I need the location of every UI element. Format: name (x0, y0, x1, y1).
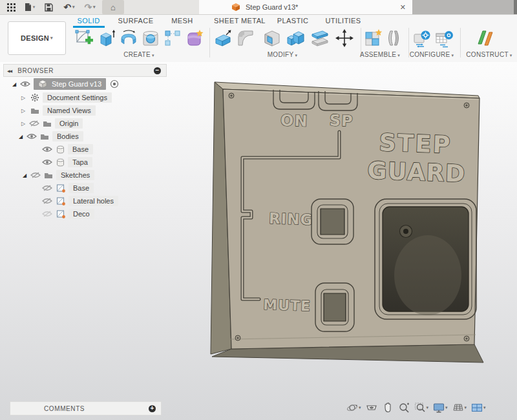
dropdown-caret-icon: ▾ (465, 405, 467, 410)
tree-row-origin[interactable]: ▷ Origin (3, 117, 167, 130)
gear-icon (30, 93, 39, 102)
create-form-icon[interactable] (185, 28, 204, 48)
workspace-selector[interactable]: DESIGN▾ (8, 21, 66, 55)
body-icon (56, 145, 65, 154)
expander-icon[interactable]: ▷ (20, 95, 26, 101)
window-zoom-icon[interactable]: ▾ (414, 402, 429, 414)
dropdown-caret-icon: ▾ (33, 5, 36, 10)
group-separator (460, 28, 461, 58)
construction-plane-icon[interactable] (476, 28, 495, 48)
document-title: Step Guard v13* (246, 3, 298, 11)
tree-row-root[interactable]: ◢ Step Guard v13 (3, 78, 167, 90)
fillet-icon[interactable] (235, 28, 255, 48)
display-settings-icon[interactable]: ▾ (433, 402, 448, 414)
dropdown-caret-icon: ▾ (72, 5, 75, 10)
tree-row-sketches[interactable]: ◢ Sketches (3, 169, 167, 182)
file-menu-icon[interactable]: ▾ (21, 0, 39, 14)
visibility-eye-icon[interactable] (20, 81, 30, 87)
tab-surface[interactable]: SURFACE (118, 17, 154, 25)
dropdown-caret-icon: ▾ (483, 405, 486, 410)
empty-tab-strip (412, 0, 514, 14)
tree-row-body-base[interactable]: Base (3, 143, 167, 156)
hole-icon[interactable] (141, 28, 160, 48)
look-at-icon[interactable] (366, 402, 377, 414)
tree-row-sketch-lateral-holes[interactable]: Lateral holes (3, 194, 167, 207)
emboss-label-sp: SP (329, 111, 353, 130)
shell-icon[interactable] (262, 28, 282, 48)
comments-bar[interactable]: COMMENTS + (10, 401, 162, 415)
group-assemble[interactable]: ASSEMBLE▾ (360, 51, 400, 58)
visibility-eye-off-icon[interactable] (29, 120, 39, 127)
expander-icon[interactable]: ◢ (17, 134, 24, 140)
move-copy-icon[interactable] (335, 28, 354, 48)
minimize-panel-icon[interactable]: − (154, 67, 161, 74)
close-tab-icon[interactable]: ✕ (400, 3, 406, 12)
model-step-guard[interactable]: ON SP STEP GUARD RING MUTE (174, 62, 511, 398)
group-create[interactable]: CREATE▾ (123, 51, 154, 58)
emboss-label-step: STEP (379, 129, 452, 159)
expander-icon[interactable]: ▷ (20, 108, 26, 114)
configuration-table-icon[interactable] (434, 28, 454, 48)
tab-plastic[interactable]: PLASTIC (277, 17, 309, 25)
new-component-icon[interactable] (363, 28, 383, 48)
dropdown-caret-icon: ▾ (50, 36, 53, 41)
orbit-icon[interactable]: ▾ (346, 402, 361, 414)
visibility-eye-off-icon[interactable] (42, 211, 52, 217)
split-body-icon[interactable] (310, 28, 330, 48)
visibility-eye-off-icon[interactable] (30, 172, 41, 178)
tab-mesh[interactable]: MESH (171, 17, 193, 25)
tree-row-bodies[interactable]: ◢ Bodies (3, 130, 167, 143)
comments-title: COMMENTS (44, 405, 85, 412)
tree-row-body-tapa[interactable]: Tapa (3, 156, 167, 169)
ribbon-toolbar: DESIGN▾ SOLID SURFACE MESH SHEET METAL P… (0, 15, 517, 63)
tree-row-sketch-base[interactable]: Base (3, 182, 167, 194)
tree-item-step-guard[interactable]: Step Guard v13 (34, 78, 106, 90)
configuration-icon[interactable] (412, 28, 432, 48)
group-modify[interactable]: MODIFY▾ (268, 51, 298, 58)
dropdown-caret-icon: ▾ (510, 53, 512, 58)
tree-row-document-settings[interactable]: ▷ Document Settings (3, 91, 167, 104)
visibility-eye-icon[interactable] (42, 146, 52, 152)
app-launcher-icon[interactable] (4, 0, 18, 14)
tree-row-named-views[interactable]: ▷ Named Views (3, 104, 167, 117)
redo-icon[interactable]: ↷▾ (80, 0, 100, 14)
pan-icon[interactable] (382, 402, 394, 414)
dropdown-caret-icon: ▾ (295, 53, 297, 58)
visibility-eye-off-icon[interactable] (42, 198, 52, 204)
viewports-icon[interactable]: ▾ (471, 402, 486, 414)
emboss-label-mute: MUTE (263, 297, 311, 315)
expander-icon[interactable]: ◢ (21, 173, 28, 178)
visibility-eye-icon[interactable] (26, 133, 37, 140)
extrude-icon[interactable] (97, 28, 116, 48)
create-sketch-icon[interactable] (75, 28, 94, 48)
tab-sheet-metal[interactable]: SHEET METAL (214, 17, 266, 25)
browser-panel: ◀◀ BROWSER − ◢ Step Guard v13 (3, 64, 167, 77)
group-configure[interactable]: CONFIGURE▾ (410, 51, 454, 58)
dropdown-caret-icon: ▾ (359, 405, 361, 410)
visibility-eye-off-icon[interactable] (42, 185, 52, 191)
home-view-icon[interactable]: ⌂ (102, 0, 124, 14)
active-tab-underline (73, 26, 105, 28)
rectangular-pattern-icon[interactable] (163, 28, 182, 48)
tab-utilities[interactable]: UTILITIES (326, 17, 361, 25)
expander-icon[interactable]: ◢ (11, 81, 17, 87)
combine-icon[interactable] (286, 28, 305, 48)
group-construct[interactable]: CONSTRUCT▾ (466, 51, 512, 58)
activate-component-radio[interactable] (110, 79, 119, 89)
add-comment-icon[interactable]: + (149, 405, 156, 412)
document-tab[interactable]: Step Guard v13* ✕ (199, 0, 412, 14)
revolve-icon[interactable] (119, 28, 138, 48)
dropdown-caret-icon: ▾ (152, 53, 154, 58)
tree-row-sketch-deco[interactable]: Deco (3, 207, 167, 220)
visibility-eye-icon[interactable] (42, 159, 52, 165)
expander-icon[interactable]: ▷ (20, 121, 26, 127)
layout-grid-icon[interactable]: ▾ (452, 402, 467, 414)
display-recess (375, 199, 476, 319)
zoom-icon[interactable] (398, 402, 410, 414)
collapse-panel-icon[interactable]: ◀◀ (7, 68, 12, 73)
tab-solid[interactable]: SOLID (77, 17, 100, 25)
save-icon[interactable] (41, 0, 56, 14)
joint-icon[interactable] (384, 28, 403, 48)
undo-icon[interactable]: ↶▾ (59, 0, 79, 14)
press-pull-icon[interactable] (213, 28, 233, 48)
